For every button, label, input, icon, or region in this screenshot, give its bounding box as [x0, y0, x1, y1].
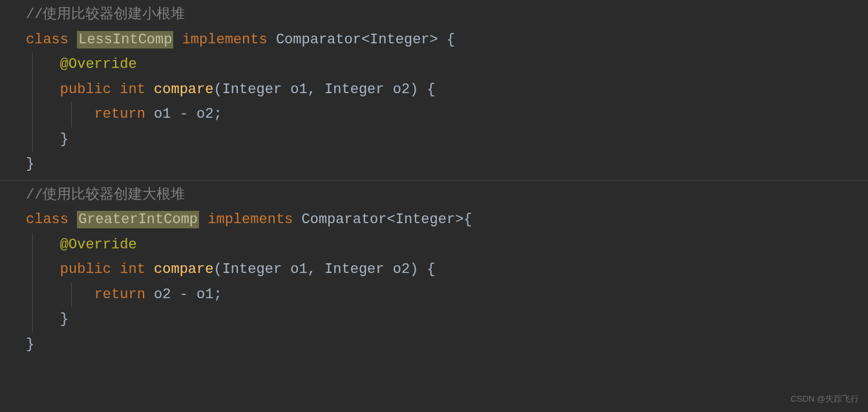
- class-declaration-line[interactable]: class GreaterIntComp implements Comparat…: [0, 208, 868, 233]
- return-line[interactable]: return o2 - o1;: [0, 283, 868, 308]
- annotation-line[interactable]: @Override: [0, 52, 868, 78]
- close-brace: }: [60, 131, 69, 147]
- annotation-line[interactable]: @Override: [0, 233, 868, 258]
- method-declaration-line[interactable]: public int compare(Integer o1, Integer o…: [0, 257, 868, 283]
- return-line[interactable]: return o1 - o2;: [0, 102, 868, 127]
- watermark: CSDN @失踪飞行: [790, 392, 859, 407]
- annotation-override: @Override: [60, 237, 137, 253]
- keyword-return: return: [94, 106, 154, 122]
- return-expression: o2 - o1;: [154, 287, 222, 303]
- keyword-int: int: [120, 81, 154, 98]
- keyword-class: class: [26, 32, 77, 48]
- code-block-1[interactable]: //使用比较器创建小根堆 class LessIntComp implement…: [0, 0, 868, 180]
- method-params: (Integer o1, Integer o2) {: [213, 261, 435, 277]
- method-name: compare: [154, 261, 213, 277]
- interface-name: Comparator<Integer>{: [302, 211, 472, 228]
- comment-line[interactable]: //使用比较器创建小根堆: [0, 3, 868, 28]
- close-brace: }: [26, 336, 34, 352]
- comment-text: //使用比较器创建小根堆: [26, 6, 185, 23]
- keyword-implements: implements: [173, 32, 275, 48]
- annotation-override: @Override: [60, 56, 137, 72]
- method-name: compare: [154, 81, 213, 98]
- close-brace: }: [60, 311, 69, 327]
- keyword-return: return: [94, 287, 154, 303]
- class-declaration-line[interactable]: class LessIntComp implements Comparator<…: [0, 28, 868, 53]
- keyword-public: public: [60, 261, 120, 277]
- close-brace-inner-line[interactable]: }: [0, 307, 868, 332]
- keyword-public: public: [60, 81, 120, 98]
- return-expression: o1 - o2;: [154, 106, 222, 122]
- class-name: LessIntComp: [77, 31, 173, 49]
- keyword-int: int: [120, 261, 154, 277]
- close-brace: }: [26, 156, 34, 172]
- close-brace-inner-line[interactable]: }: [0, 127, 868, 153]
- method-params: (Integer o1, Integer o2) {: [213, 81, 435, 98]
- comment-line[interactable]: //使用比较器创建大根堆: [0, 183, 868, 208]
- keyword-implements: implements: [199, 211, 301, 228]
- class-name: GreaterIntComp: [77, 211, 199, 228]
- comment-text: //使用比较器创建大根堆: [26, 187, 185, 203]
- code-block-2[interactable]: //使用比较器创建大根堆 class GreaterIntComp implem…: [0, 180, 868, 360]
- close-brace-outer-line[interactable]: }: [0, 152, 868, 177]
- keyword-class: class: [26, 211, 77, 228]
- method-declaration-line[interactable]: public int compare(Integer o1, Integer o…: [0, 78, 868, 103]
- interface-name: Comparator<Integer> {: [276, 32, 455, 48]
- close-brace-outer-line[interactable]: }: [0, 332, 868, 358]
